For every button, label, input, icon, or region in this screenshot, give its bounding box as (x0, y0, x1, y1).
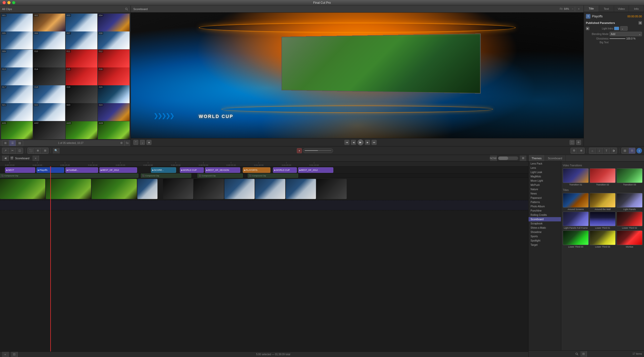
timeline-back[interactable]: ◀ (2, 155, 9, 161)
theme-item[interactable]: Lens (529, 166, 561, 170)
video-track-clip[interactable] (224, 179, 255, 199)
clip-item[interactable]: 016 (98, 67, 130, 85)
clip-item[interactable]: 007 (66, 31, 97, 49)
clip-item[interactable]: 013 (1, 67, 33, 85)
timeline-settings[interactable]: ⊞ (520, 155, 526, 161)
maximize-button[interactable] (12, 1, 15, 4)
theme-item[interactable]: Moon Light (529, 179, 561, 183)
theme-item[interactable]: Showtime (529, 230, 561, 234)
video-track-clip[interactable] (194, 179, 224, 199)
timeline-zoom[interactable] (498, 156, 518, 160)
timeline-clip[interactable]: ▶ SCORE... (151, 167, 176, 173)
clip-item[interactable]: 023 (66, 103, 97, 121)
video-track-clip[interactable] (316, 179, 347, 199)
clip-item[interactable]: 021 (1, 103, 33, 121)
timeline-record[interactable]: ● (297, 148, 302, 153)
theme-item[interactable]: Patterns (529, 200, 561, 204)
title-item[interactable]: Lower Third 01 (590, 212, 616, 229)
theme-item[interactable]: Scoreboard (529, 217, 561, 221)
tool-connect[interactable]: ⊕ (35, 148, 41, 153)
title-item[interactable]: Around Screens (563, 193, 589, 211)
video-track-clip[interactable] (163, 179, 193, 199)
transition-item[interactable]: Transition 01 (563, 168, 589, 186)
search-tool[interactable]: 🔍 (53, 148, 59, 153)
theme-item[interactable]: News (529, 191, 561, 196)
clip-item[interactable]: ext4 (98, 121, 130, 139)
tab-info[interactable]: Info (629, 6, 644, 12)
tab-text[interactable]: Text (599, 6, 614, 12)
title-item[interactable]: Lower Third 03 (563, 230, 589, 248)
tab-title[interactable]: Title (584, 6, 599, 12)
glossiness-slider[interactable] (610, 38, 625, 39)
tool-clip[interactable]: ⬛ (28, 148, 34, 153)
tab-scoreboard[interactable]: Scoreboard (545, 155, 566, 161)
clip-item[interactable]: 011 (66, 50, 97, 67)
clip-item[interactable]: 022 (33, 103, 65, 121)
nav-generator[interactable]: ◑ (610, 148, 617, 153)
theme-item[interactable]: Paparazzi (529, 196, 561, 200)
clip-item[interactable]: 005 (1, 31, 33, 49)
skip-back-button[interactable]: ⏮ (344, 140, 349, 145)
theme-item[interactable]: Nature (529, 187, 561, 191)
clip-item[interactable]: 004 (98, 14, 130, 31)
theme-item[interactable]: MagMoto (529, 174, 561, 179)
video-track-clip[interactable] (0, 179, 45, 199)
timeline-clip[interactable]: ▶ NEXT (5, 167, 35, 173)
filmstrip-view-button[interactable]: ▤ (16, 140, 23, 146)
params-expand[interactable]: ≫ (638, 21, 642, 25)
tool-select[interactable]: ↗ (2, 148, 9, 153)
video-track-clip[interactable] (255, 179, 285, 199)
clip-item[interactable]: ext2 (33, 121, 65, 139)
view-timeline[interactable]: ▤ (622, 148, 628, 153)
timeline-option[interactable]: NOW (490, 155, 497, 161)
minimize-button[interactable] (7, 1, 11, 4)
timeline-clip[interactable]: ▶ PLAYOFFS (243, 167, 270, 173)
zoom-control[interactable]: ⊕ (578, 148, 584, 153)
timeline-clip[interactable]: ▶ BEST_OF_2012 (298, 167, 333, 173)
theme-item[interactable]: Shine-o-Matic (529, 226, 561, 230)
next-frame-button[interactable]: ▶ (365, 140, 370, 145)
video-track-clip[interactable] (286, 179, 316, 199)
clip-item[interactable]: 017 (1, 85, 33, 103)
fullscreen-button[interactable]: ⛶ (570, 140, 575, 145)
tool-insert[interactable]: ⊞ (42, 148, 48, 153)
zoom-out-icon[interactable]: − (571, 7, 575, 11)
tool-trim[interactable]: ✂ (9, 148, 16, 153)
video-track-clip[interactable] (137, 179, 157, 199)
clip-item[interactable]: 024 (98, 103, 130, 121)
title-item[interactable]: Light Panels (617, 193, 642, 211)
theme-item[interactable]: Sports (529, 234, 561, 239)
clip-item[interactable]: 008 (98, 31, 130, 49)
nav-music[interactable]: ♩ (596, 148, 603, 153)
effects-filter[interactable]: ⊟ (580, 351, 587, 357)
clip-item[interactable]: 012 (98, 50, 130, 67)
theme-item[interactable]: Photo Album (529, 204, 561, 209)
grid-view-button[interactable]: ⊞ (2, 140, 9, 146)
clip-item[interactable]: 002 (33, 14, 65, 31)
clip-item[interactable]: 006 (33, 31, 65, 49)
theme-item[interactable]: Scrapbook (529, 221, 561, 226)
light-intro-color[interactable] (614, 27, 619, 30)
out-point-button[interactable]: ⌟ (140, 140, 145, 145)
clip-item[interactable]: 010 (33, 50, 65, 67)
theme-item[interactable]: Target (529, 243, 561, 247)
list-view-button[interactable]: ☰ (9, 140, 16, 146)
clip-item[interactable]: 015 (66, 67, 97, 85)
tab-themes[interactable]: Themes (529, 155, 545, 161)
title-item[interactable]: Lower Third 02 (617, 212, 642, 229)
light-intro-expand[interactable]: ▶ (586, 27, 589, 30)
zoom-in-icon[interactable]: + (577, 7, 581, 11)
share-button[interactable]: ⟳ (576, 140, 581, 145)
track-add[interactable]: + (2, 352, 9, 357)
timeline-close[interactable]: × (32, 155, 39, 161)
clip-item[interactable]: 001 (1, 14, 33, 31)
title-item[interactable]: Lower Third 04 (590, 230, 616, 248)
clip-item[interactable]: 003 (66, 14, 97, 31)
nav-title[interactable]: T (603, 148, 610, 153)
transition-item[interactable]: Transition 02 (590, 168, 616, 186)
timeline-clip[interactable]: ▶ Football... (65, 167, 98, 173)
title-item[interactable]: Around the Wall (590, 193, 616, 211)
clip-item[interactable]: 018 (33, 85, 65, 103)
search-icon[interactable] (125, 7, 129, 11)
theme-item[interactable]: Light Leak (529, 170, 561, 174)
